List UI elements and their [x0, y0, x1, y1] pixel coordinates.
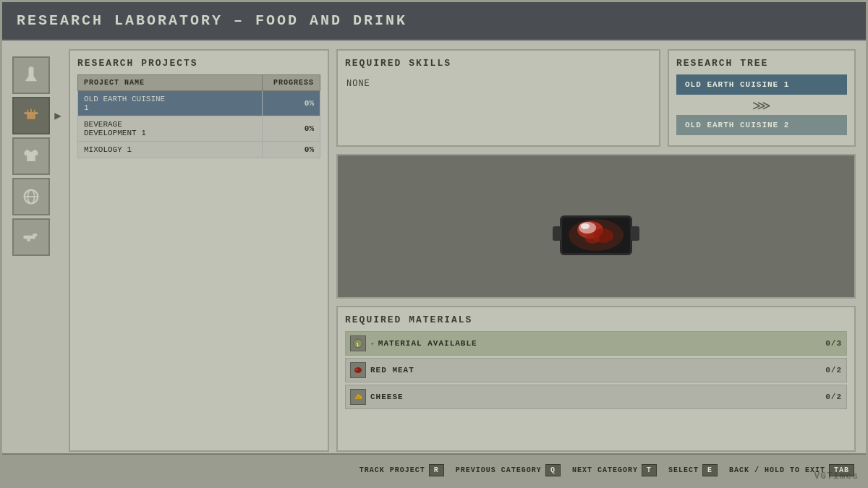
svg-rect-10 [27, 239, 30, 241]
required-materials-panel: REQUIRED MATERIALS i ✦ MATERIAL AVAILABL… [336, 306, 856, 452]
watermark: VGTimes [814, 471, 859, 481]
right-section: REQUIRED SKILLS NONE RESEARCH TREE OLD E… [336, 49, 856, 452]
svg-point-26 [358, 397, 359, 398]
project-name-1: OLD EARTH CUISINE1 [78, 91, 263, 116]
skills-value: NONE [345, 74, 652, 93]
sidebar-icon-weapon[interactable] [12, 218, 50, 256]
svg-rect-19 [553, 226, 561, 241]
material-icon-3 [350, 389, 366, 405]
hotkey-track: TRACK PROJECT R [359, 464, 444, 476]
svg-point-18 [581, 223, 590, 229]
hotkey-next-key: T [642, 464, 657, 476]
globe-icon [21, 187, 41, 207]
material-name-3: CHEESE [370, 393, 821, 401]
hotkey-prev-label: PREVIOUS CATEGORY [456, 466, 542, 474]
page-title: RESEARCH LABORATORY – FOOD AND DRINK [17, 12, 407, 29]
hotkey-prev: PREVIOUS CATEGORY Q [456, 464, 561, 476]
material-count-2: 0/2 [825, 366, 842, 374]
material-row-1: i ✦ MATERIAL AVAILABLE 0/3 [345, 331, 847, 356]
project-row-3[interactable]: MIXOLOGY 1 0% [78, 142, 320, 158]
tree-title: RESEARCH TREE [676, 58, 847, 69]
svg-point-24 [355, 369, 358, 371]
material-icon-1: i [350, 335, 366, 351]
svg-marker-25 [354, 394, 362, 399]
hotkey-track-label: TRACK PROJECT [359, 466, 425, 474]
svg-rect-1 [27, 114, 35, 119]
screen-frame: RESEARCH LABORATORY – FOOD AND DRINK ▶ [0, 0, 868, 488]
info-icon: i [353, 338, 363, 348]
svg-rect-0 [25, 112, 38, 114]
title-bar: RESEARCH LABORATORY – FOOD AND DRINK [2, 2, 866, 40]
sidebar-icon-globe[interactable] [12, 178, 50, 215]
gun-icon [21, 227, 41, 247]
project-progress-1: 0% [263, 91, 320, 116]
tree-item-1[interactable]: OLD EARTH CUISINE 1 [676, 74, 847, 95]
material-name-1: ✦ MATERIAL AVAILABLE [370, 339, 821, 348]
sidebar-icon-apparel[interactable] [12, 137, 50, 175]
required-skills-panel: REQUIRED SKILLS NONE [336, 49, 660, 147]
hotkey-back-label: BACK / HOLD TO EXIT [729, 466, 825, 474]
project-row-1[interactable]: OLD EARTH CUISINE1 0% [78, 91, 320, 116]
bottom-bar: TRACK PROJECT R PREVIOUS CATEGORY Q NEXT… [2, 453, 866, 486]
hotkey-select-label: SELECT [668, 466, 699, 474]
svg-text:i: i [356, 341, 360, 348]
project-row-2[interactable]: BEVERAGEDEVELOPMENT 1 0% [78, 116, 320, 142]
hotkey-next-label: NEXT CATEGORY [572, 466, 638, 474]
skills-title: REQUIRED SKILLS [345, 58, 652, 69]
svg-rect-9 [33, 234, 37, 236]
tree-down-arrow: ⋙ [676, 98, 847, 114]
sidebar-icon-science[interactable] [12, 56, 50, 94]
apparel-icon [21, 146, 41, 166]
main-content: ▶ [2, 40, 866, 452]
research-tree-panel: RESEARCH TREE OLD EARTH CUISINE 1 ⋙ OLD … [668, 49, 856, 147]
flask-icon [21, 65, 41, 85]
tree-item-2[interactable]: OLD EARTH CUISINE 2 [676, 115, 847, 135]
preview-area [336, 154, 856, 299]
hotkey-select: SELECT E [668, 464, 718, 476]
tree-item-2-label: OLD EARTH CUISINE 2 [685, 121, 789, 129]
material-icon-2 [350, 362, 366, 378]
research-projects-title: RESEARCH PROJECTS [77, 58, 320, 69]
svg-point-16 [585, 234, 600, 244]
projects-table: PROJECT NAME PROGRESS OLD EARTH CUISINE1… [77, 74, 320, 158]
hotkey-prev-key: Q [545, 464, 561, 476]
svg-rect-20 [631, 226, 639, 241]
hotkey-next: NEXT CATEGORY T [572, 464, 657, 476]
top-right: REQUIRED SKILLS NONE RESEARCH TREE OLD E… [336, 49, 856, 147]
tree-item-1-label: OLD EARTH CUISINE 1 [685, 80, 789, 89]
hotkey-select-key: E [702, 464, 718, 476]
col-project-name: PROJECT NAME [78, 75, 263, 91]
material-count-1: 0/3 [825, 339, 842, 348]
meat-icon [353, 365, 363, 375]
research-projects-panel: RESEARCH PROJECTS PROJECT NAME PROGRESS … [69, 49, 329, 452]
sidebar-icon-food[interactable]: ▶ [12, 97, 50, 134]
sidebar-arrow: ▶ [54, 108, 61, 123]
col-progress: PROGRESS [263, 75, 320, 91]
materials-title: REQUIRED MATERIALS [345, 314, 847, 325]
project-name-2: BEVERAGEDEVELOPMENT 1 [78, 116, 263, 142]
material-count-3: 0/2 [825, 393, 842, 401]
food-icon [21, 106, 41, 126]
hotkey-track-key: R [429, 464, 444, 476]
material-name-2: RED MEAT [370, 366, 821, 374]
project-progress-2: 0% [263, 116, 320, 142]
material-row-3: CHEESE 0/2 [345, 385, 847, 409]
material-row-2: RED MEAT 0/2 [345, 358, 847, 382]
project-name-3: MIXOLOGY 1 [78, 142, 263, 158]
cheese-icon [353, 392, 363, 402]
svg-point-23 [354, 367, 362, 373]
food-preview-svg [538, 187, 654, 266]
sidebar: ▶ [12, 49, 61, 452]
project-progress-3: 0% [263, 142, 320, 158]
svg-point-27 [356, 398, 357, 398]
